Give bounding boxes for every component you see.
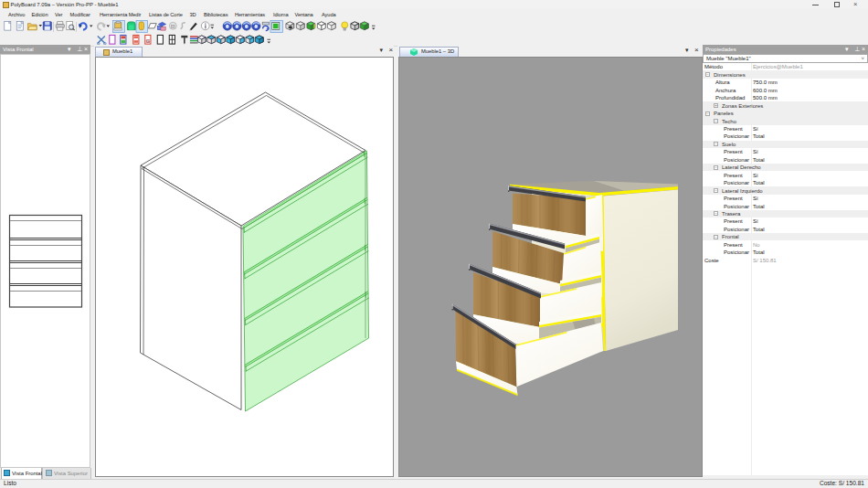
svg-text:G: G (146, 38, 151, 44)
